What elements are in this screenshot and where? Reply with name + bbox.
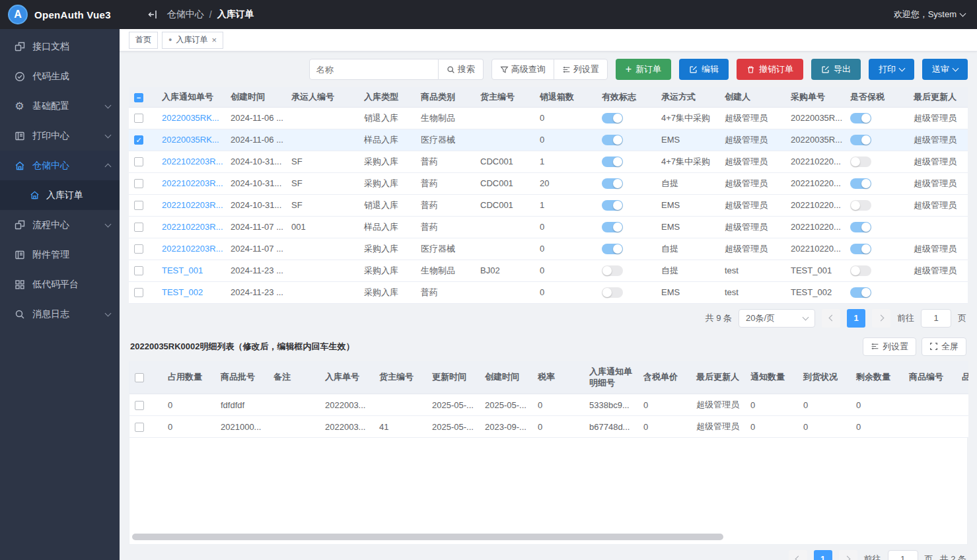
order-no-link[interactable]: 20220035RK... [162,113,219,123]
bonded-toggle[interactable] [850,244,871,254]
bonded-toggle[interactable] [850,287,871,298]
detail-select-all-checkbox[interactable] [135,373,144,382]
order-no-link[interactable]: 2022102203R... [162,178,223,188]
breadcrumb-parent[interactable]: 仓储中心 [167,9,204,20]
user-menu[interactable]: 欢迎您，System [894,9,965,20]
detail-col-header[interactable]: 品 [957,361,968,394]
valid-toggle[interactable] [602,265,623,276]
sidebar-item-workflow-center[interactable]: 流程中心 [0,210,120,240]
close-icon[interactable]: × [211,36,217,44]
search-button[interactable]: 搜索 [439,59,484,80]
page-number-button[interactable]: 1 [847,309,865,328]
new-order-button[interactable]: + 新订单 [616,59,671,80]
page-size-select[interactable]: 20条/页 [739,309,815,328]
detail-column-settings-button[interactable]: 列设置 [863,337,916,356]
detail-col-header[interactable]: 到货状况 [798,361,851,394]
col-header[interactable]: 采购单号 [785,87,845,107]
export-button[interactable]: 导出 [811,59,861,80]
order-no-link[interactable]: TEST_002 [162,287,203,297]
detail-next-page-button[interactable] [839,550,857,560]
detail-col-header[interactable]: 税率 [532,361,584,394]
row-checkbox[interactable] [134,244,143,254]
bonded-toggle[interactable] [850,157,871,167]
order-no-link[interactable]: 2022102203R... [162,244,223,254]
row-checkbox[interactable] [134,157,143,166]
bonded-toggle[interactable] [850,135,871,145]
valid-toggle[interactable] [602,157,623,167]
table-row[interactable]: 2022102203R... 2024-11-07 ... 采购入库 医疗器械 … [129,238,968,260]
order-no-link[interactable]: TEST_001 [162,265,203,275]
bonded-toggle[interactable] [850,222,871,232]
prev-page-button[interactable] [822,309,840,328]
col-header[interactable]: 承运人编号 [286,87,359,107]
valid-toggle[interactable] [602,287,623,298]
detail-prev-page-button[interactable] [789,550,807,560]
detail-page-number-button[interactable]: 1 [814,550,832,560]
detail-row-checkbox[interactable] [135,401,144,410]
detail-row[interactable]: 0 2021000... 2022003... 41 2025-05-... 2… [129,416,968,438]
sidebar-item-attachments[interactable]: 附件管理 [0,240,120,269]
print-button[interactable]: 打印 [869,59,914,80]
sidebar-item-message-logs[interactable]: 消息日志 [0,299,120,329]
table-row[interactable]: 2022102203R... 2024-11-07 ... 001 样品入库 普… [129,216,968,238]
sidebar-item-warehouse-center[interactable]: 仓储中心 [0,151,120,180]
detail-goto-page-input[interactable] [888,550,918,560]
cancel-order-button[interactable]: 撤销订单 [737,59,803,80]
col-header[interactable]: 创建人 [719,87,785,107]
detail-col-header[interactable]: 商品编号 [904,361,957,394]
col-header[interactable]: 入库通知单号 [157,87,225,107]
sidebar-item-lowcode-platform[interactable]: 低代码平台 [0,269,120,299]
col-header[interactable]: 商品类别 [416,87,475,107]
tab-home[interactable]: 首页 [129,32,158,49]
edit-button[interactable]: 编辑 [679,59,729,80]
sidebar-item-print-center[interactable]: 打印中心 [0,121,120,151]
row-checkbox[interactable] [134,288,143,297]
detail-row-checkbox[interactable] [135,423,144,432]
sidebar-item-codegen[interactable]: 代码生成 [0,61,120,91]
sidebar-item-inbound-orders[interactable]: 入库订单 [0,180,120,210]
bonded-toggle[interactable] [850,200,871,211]
bonded-toggle[interactable] [850,178,871,189]
search-input[interactable] [309,59,439,80]
order-no-link[interactable]: 2022102203R... [162,222,223,232]
col-header[interactable]: 最后更新人 [908,87,968,107]
valid-toggle[interactable] [602,178,623,189]
bonded-toggle[interactable] [850,113,871,123]
detail-col-header[interactable]: 含税单价 [638,361,691,394]
order-no-link[interactable]: 20220035RK... [162,135,219,145]
detail-col-header[interactable]: 入库单号 [320,361,374,394]
submit-review-button[interactable]: 送审 [922,59,968,80]
col-header[interactable]: 有效标志 [597,87,656,107]
valid-toggle[interactable] [602,200,623,211]
detail-col-header[interactable]: 备注 [268,361,320,394]
row-checkbox[interactable]: ✓ [134,135,143,145]
valid-toggle[interactable] [602,222,623,232]
collapse-sidebar-icon[interactable] [147,9,158,20]
order-no-link[interactable]: 2022102203R... [162,157,223,166]
horizontal-scrollbar[interactable] [132,534,723,540]
table-row[interactable]: ✓ 20220035RK... 2024-11-06 ... 样品入库 医疗器械… [129,129,968,151]
row-checkbox[interactable] [134,201,143,210]
detail-row[interactable]: 0 fdfdfdf 2022003... 2025-05-... 2025-05… [129,394,968,416]
table-row[interactable]: TEST_001 2024-11-23 ... 采购入库 生物制品 BJ02 0… [129,260,968,281]
valid-toggle[interactable] [602,244,623,254]
col-header[interactable]: 承运方式 [656,87,719,107]
detail-col-header[interactable]: 剩余数量 [851,361,904,394]
row-checkbox[interactable] [134,179,143,188]
row-checkbox[interactable] [134,223,143,232]
detail-col-header[interactable]: 占用数量 [163,361,215,394]
goto-page-input[interactable] [921,309,951,328]
table-row[interactable]: 2022102203R... 2024-10-31... SF 销退入库 普药 … [129,194,968,216]
select-all-checkbox[interactable]: − [134,93,143,102]
order-no-link[interactable]: 2022102203R... [162,200,223,210]
row-checkbox[interactable] [134,266,143,275]
detail-col-header[interactable]: 更新时间 [427,361,480,394]
table-row[interactable]: 2022102203R... 2024-10-31... SF 采购入库 普药 … [129,151,968,172]
col-header[interactable]: 销退箱数 [534,87,597,107]
detail-col-header[interactable]: 入库通知单明细号 [584,361,638,394]
detail-col-header[interactable]: 商品批号 [215,361,268,394]
bonded-toggle[interactable] [850,265,871,276]
detail-col-header[interactable]: 最后更新人 [691,361,745,394]
col-header[interactable]: 入库类型 [359,87,416,107]
advanced-query-button[interactable]: 高级查询 [491,59,554,80]
